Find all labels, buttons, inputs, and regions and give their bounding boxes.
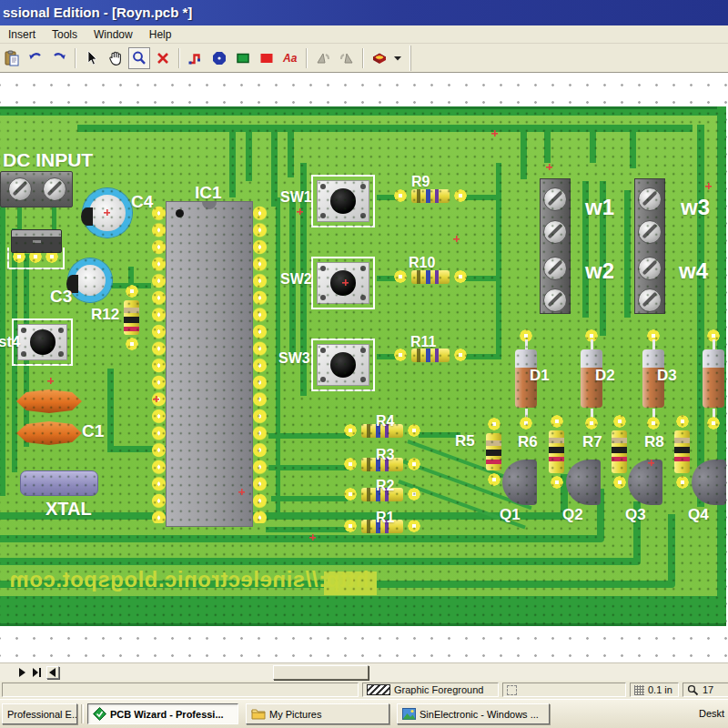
zoom-icon[interactable] xyxy=(128,47,150,69)
pcb-trace xyxy=(77,125,693,132)
pcb-wizard-icon xyxy=(93,707,106,721)
pcb-trace xyxy=(229,125,236,197)
pcb-trace xyxy=(0,558,641,565)
rotate-right-icon[interactable] xyxy=(336,47,358,69)
transistor-q3[interactable] xyxy=(628,460,662,505)
switch-rst4[interactable] xyxy=(12,318,73,366)
terminal-block-w34[interactable] xyxy=(634,178,665,314)
status-grid-cell[interactable]: 0.1 in xyxy=(630,682,679,697)
label-d1: D1 xyxy=(530,367,550,385)
pad-icon[interactable] xyxy=(208,47,230,69)
pcb-trace xyxy=(266,527,349,532)
filled-rectangle-icon[interactable] xyxy=(256,47,278,69)
status-bar: Graphic Foreground 0.1 in 17 xyxy=(0,681,728,699)
menu-tools[interactable]: Tools xyxy=(44,26,86,43)
label-ic1: IC1 xyxy=(195,183,222,203)
resistor-r5[interactable] xyxy=(486,433,501,470)
label-d3: D3 xyxy=(657,367,677,385)
grid-icon xyxy=(634,685,644,695)
label-r5: R5 xyxy=(455,432,475,450)
capacitor-c1a[interactable] xyxy=(16,389,82,413)
taskbar-button-pcb-wizard[interactable]: PCB Wizard - Professi... xyxy=(87,703,238,724)
resistor-r8[interactable] xyxy=(674,430,690,473)
label-r1: R1 xyxy=(376,510,394,526)
switch-sw3[interactable] xyxy=(311,339,375,391)
transistor-q2[interactable] xyxy=(566,460,601,505)
terminal-block-w12[interactable] xyxy=(540,178,571,314)
label-c3: C3 xyxy=(50,287,72,307)
red-marker xyxy=(342,279,349,286)
label-r3: R3 xyxy=(376,447,394,463)
resistor-r12[interactable] xyxy=(124,300,139,335)
ic-pin1-dot xyxy=(176,209,184,217)
red-marker xyxy=(297,208,303,215)
resistor-r6[interactable] xyxy=(549,430,564,473)
pcb-trace xyxy=(630,125,636,168)
delete-icon[interactable] xyxy=(152,47,174,69)
pcb-trace xyxy=(496,163,501,359)
red-marker xyxy=(238,489,245,495)
taskbar-button-professional[interactable]: Professional E... xyxy=(2,703,77,724)
capacitor-c1b[interactable] xyxy=(16,421,82,445)
label-q2: Q2 xyxy=(562,506,583,524)
pcb-trace xyxy=(521,125,527,179)
redo-icon[interactable] xyxy=(48,47,70,69)
dc-terminal-block[interactable] xyxy=(0,171,73,207)
nav-next-icon[interactable] xyxy=(15,666,28,679)
label-w3: w3 xyxy=(681,195,710,220)
ic-body xyxy=(166,201,253,527)
toolbar: Aa xyxy=(0,44,728,73)
taskbar-button-my-pictures[interactable]: My Pictures xyxy=(246,703,389,724)
track-icon[interactable] xyxy=(185,47,207,69)
picture-icon xyxy=(402,708,416,720)
switch-sw1[interactable] xyxy=(311,175,375,228)
menu-help[interactable]: Help xyxy=(141,26,180,43)
label-r10: R10 xyxy=(409,255,435,271)
nav-prev-icon[interactable] xyxy=(46,666,59,679)
rotate-left-icon[interactable] xyxy=(312,47,334,69)
menu-insert[interactable]: Insert xyxy=(0,26,44,43)
capacitor-c4[interactable] xyxy=(83,188,132,238)
resistor-r9[interactable] xyxy=(411,189,450,203)
ic1-chip[interactable] xyxy=(150,201,268,527)
pcb-top-edge xyxy=(0,106,726,116)
text-icon[interactable]: Aa xyxy=(279,47,301,69)
crystal-xtal[interactable] xyxy=(20,470,98,496)
status-layer-cell[interactable]: Graphic Foreground xyxy=(362,682,499,697)
window-titlebar[interactable]: ssional Edition - [Royn.pcb *] xyxy=(0,0,728,25)
paste-icon[interactable] xyxy=(1,47,23,69)
window-title: ssional Edition - [Royn.pcb *] xyxy=(3,5,192,20)
resistor-r11[interactable] xyxy=(411,349,450,362)
rectangle-icon[interactable] xyxy=(232,47,254,69)
selection-icon xyxy=(507,685,517,695)
red-marker xyxy=(153,396,159,402)
pcb-trace xyxy=(0,535,604,542)
red-marker xyxy=(309,534,316,541)
diode-d4[interactable] xyxy=(703,329,724,430)
menu-window[interactable]: Window xyxy=(86,26,141,43)
scrollbar-thumb[interactable] xyxy=(273,665,369,680)
label-r8: R8 xyxy=(644,433,664,451)
bitmap-3d-icon[interactable] xyxy=(369,47,390,69)
silkscreen-outline xyxy=(7,248,65,269)
resistor-r10[interactable] xyxy=(411,270,450,284)
label-url-mirrored: http://sinelectronic.blogspot.com xyxy=(9,567,369,592)
pcb-trace xyxy=(624,190,631,318)
taskbar-button-label: My Pictures xyxy=(269,709,321,720)
design-canvas[interactable]: DC INPUT C4 C3 R12 st4 C1 XTAL IC1 SW1 S… xyxy=(0,73,728,662)
select-icon[interactable] xyxy=(81,47,103,69)
capacitor-c3[interactable] xyxy=(68,258,112,302)
undo-icon[interactable] xyxy=(25,47,46,69)
taskbar-separator xyxy=(81,704,84,723)
dropdown-arrow-icon[interactable] xyxy=(392,47,403,69)
red-marker xyxy=(491,130,498,136)
nav-last-icon[interactable] xyxy=(31,666,44,679)
desktop-toolbar-label[interactable]: Deskt xyxy=(699,708,724,719)
pan-hand-icon[interactable] xyxy=(105,47,126,69)
label-sw3: SW3 xyxy=(278,350,310,367)
taskbar-button-sinelectronic[interactable]: SinElectronic - Windows ... xyxy=(397,703,550,724)
resistor-r7[interactable] xyxy=(612,430,627,473)
pcb-trace xyxy=(246,125,252,181)
status-zoom-cell[interactable]: 17 xyxy=(682,682,728,697)
status-empty-cell xyxy=(2,682,359,697)
